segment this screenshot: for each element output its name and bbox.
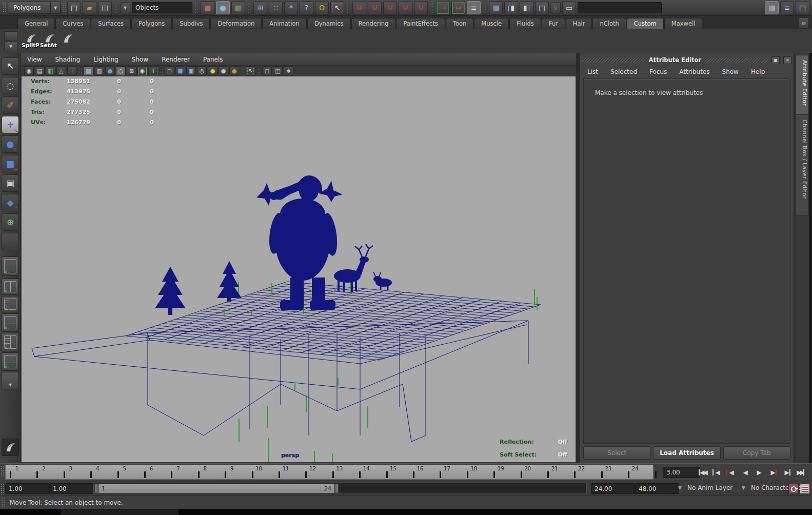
shelf-tab-animation[interactable]: Animation <box>262 18 307 29</box>
layout-single-pane-button[interactable] <box>2 256 19 276</box>
ae-maximize-icon[interactable]: ▣ <box>771 56 780 64</box>
marquee-select-icon[interactable]: ↖ <box>330 1 344 14</box>
ae-menu-list[interactable]: List <box>587 68 598 75</box>
select-button[interactable]: Select <box>583 446 650 460</box>
current-time-field[interactable] <box>663 467 700 478</box>
panel-menu-renderer[interactable]: Renderer <box>162 56 190 63</box>
ipr-render-icon[interactable]: ◧ <box>520 1 533 14</box>
load-attributes-button[interactable]: Load Attributes <box>653 446 720 460</box>
shelf-tab-curves[interactable]: Curves <box>55 18 90 29</box>
flat-shade-icon[interactable]: ○ <box>116 66 126 76</box>
snap-curve-icon[interactable]: ∩ <box>368 1 382 14</box>
layout-persp-outliner-graph-button[interactable] <box>2 352 19 371</box>
panel-menu-shading[interactable]: Shading <box>55 56 80 63</box>
select-mask-help-icon[interactable]: ? <box>300 1 313 14</box>
character-set-dropdown-icon[interactable]: ▼ <box>742 485 745 490</box>
menu-set-selector[interactable]: Polygons▼ <box>8 2 61 14</box>
ae-close-icon[interactable]: ✕ <box>783 56 791 64</box>
channel-box-toggle-icon[interactable]: ▦ <box>765 1 779 14</box>
camera-attributes-icon[interactable]: ▤ <box>35 66 45 76</box>
anim-layer-selector[interactable]: No Anim Layer <box>687 484 732 491</box>
ambient-light-icon[interactable]: ● <box>219 66 228 76</box>
select-dynamics-mask-icon[interactable]: * <box>284 1 298 14</box>
material-sphere-icon[interactable]: ◎ <box>197 66 207 76</box>
object-mode-icon[interactable]: ● <box>216 1 230 14</box>
auto-keyframe-icon[interactable] <box>788 484 799 494</box>
layout-outliner-pane-button[interactable] <box>2 296 19 312</box>
wireframe-cube-icon[interactable]: ◻ <box>165 66 174 76</box>
paint-select-tool[interactable]: ✐ <box>2 96 19 114</box>
open-scene-icon[interactable]: ▰ <box>83 1 96 14</box>
selection-mask-menu-icon[interactable]: ▼ <box>120 2 130 13</box>
universal-manipulator-tool[interactable]: ▣ <box>2 174 19 192</box>
component-mode-icon[interactable]: ▦ <box>231 1 245 14</box>
connections-icon[interactable]: ∗ <box>284 66 293 76</box>
copy-tab-button[interactable]: Copy Tab <box>723 446 790 460</box>
film-gate-icon[interactable]: ▥ <box>94 66 104 76</box>
shelf-tab-painteffects[interactable]: PaintEffects <box>396 18 445 29</box>
panel-menu-view[interactable]: View <box>27 56 42 63</box>
step-forward-frame-button[interactable]: ▶ <box>780 466 793 479</box>
shelf-tab-subdivs[interactable]: Subdivs <box>172 18 210 29</box>
render-view-icon[interactable]: ▥ <box>489 1 503 14</box>
render-settings-icon[interactable]: ▤ <box>535 1 549 14</box>
textured-mode-icon[interactable]: ◉ <box>137 66 147 76</box>
move-tool[interactable]: +↘ <box>2 116 19 133</box>
bookmarks-icon[interactable]: ◧ <box>46 66 55 76</box>
tab-attribute-editor[interactable]: Attribute Editor <box>796 55 809 123</box>
step-forward-key-button[interactable]: ▶ <box>766 466 779 479</box>
show-manipulator-tool[interactable]: ⊕ <box>2 213 19 231</box>
construction-history-icon[interactable]: ≡ <box>467 1 481 14</box>
range-slider-track[interactable]: 1 24 <box>93 483 587 494</box>
snap-view-plane-icon[interactable]: ∩ <box>414 1 428 14</box>
playback-start-field[interactable] <box>49 483 93 494</box>
snap-grid-icon[interactable]: ∩ <box>352 1 366 14</box>
shelf-tab-ncloth[interactable]: nCloth <box>592 18 626 29</box>
save-scene-icon[interactable]: ◫ <box>98 1 112 14</box>
quick-select-cursor-icon[interactable]: ▭ <box>562 1 576 14</box>
panel-menu-lighting[interactable]: Lighting <box>93 56 118 63</box>
scale-tool[interactable]: ■↔ <box>2 155 19 172</box>
layout-hypershade-button[interactable] <box>2 333 19 351</box>
viewport-canvas[interactable]: Verts:13895100Edges:41397500Faces:275082… <box>22 76 576 462</box>
range-slider-bar[interactable]: 1 24 <box>98 484 334 493</box>
input-connection-icon[interactable]: → <box>436 1 450 14</box>
play-forwards-button[interactable]: ▶ <box>752 466 765 479</box>
shelf-tab-polygons[interactable]: Polygons <box>131 18 172 29</box>
range-start-handle[interactable] <box>94 484 98 493</box>
new-scene-icon[interactable]: ▤ <box>67 1 81 14</box>
shelf-tab-custom[interactable]: Custom <box>627 18 664 29</box>
shelf-tab-dynamics[interactable]: Dynamics <box>307 18 351 29</box>
animation-end-field[interactable] <box>635 483 679 494</box>
rotate-tool[interactable]: ●↻ <box>2 135 19 153</box>
shelf-tab-maxwell[interactable]: Maxwell <box>664 18 703 29</box>
layout-four-pane-button[interactable] <box>2 279 19 295</box>
pan-zoom-icon[interactable]: + <box>67 66 77 76</box>
step-back-frame-button[interactable]: ◀ <box>710 466 723 479</box>
shaded-mode-icon[interactable]: ● <box>105 66 115 76</box>
layout-persp-graph-button[interactable] <box>2 313 19 332</box>
output-connection-icon[interactable]: ↦ <box>451 1 465 14</box>
layout-menu-button[interactable]: ▼ <box>2 372 19 389</box>
select-tool[interactable]: ↖ <box>2 57 19 75</box>
play-backwards-button[interactable]: ◀ <box>738 466 751 479</box>
ae-menu-show[interactable]: Show <box>722 68 739 75</box>
anim-preferences-icon[interactable] <box>800 484 810 494</box>
shelf-tab-toon[interactable]: Toon <box>446 18 473 29</box>
toolbar-more-icon[interactable]: ▽ <box>550 2 561 13</box>
shelf-tab-fluids[interactable]: Fluids <box>509 18 541 29</box>
shelf-tab-hair[interactable]: Hair <box>566 18 592 29</box>
texture-view-icon[interactable]: T <box>148 66 158 76</box>
shaded-cube-icon[interactable]: ■ <box>175 66 185 76</box>
playback-end-field[interactable] <box>591 483 635 494</box>
shelf-editor-icon[interactable]: ▤ <box>799 17 809 29</box>
quick-selection-field[interactable] <box>578 2 662 13</box>
shelf-tab-deformation[interactable]: Deformation <box>210 18 262 29</box>
panel-menu-panels[interactable]: Panels <box>203 56 223 63</box>
lasso-tool[interactable]: ◌ <box>2 77 19 94</box>
soft-modification-tool[interactable]: ◆↑ <box>2 194 19 211</box>
snap-projected-center-icon[interactable]: ∩ <box>399 1 412 14</box>
animation-start-field[interactable] <box>5 483 49 494</box>
camera-tools-icon[interactable]: ◉ <box>24 66 34 76</box>
hierarchy-mode-icon[interactable]: ■ <box>201 1 214 14</box>
